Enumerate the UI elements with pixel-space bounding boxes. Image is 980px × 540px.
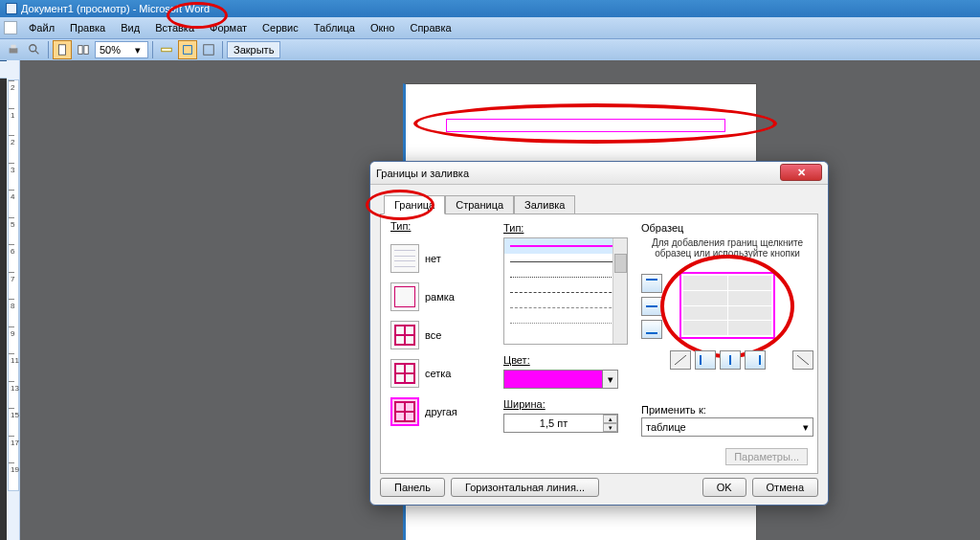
svg-rect-0 — [10, 48, 18, 53]
border-diag1-button[interactable] — [670, 350, 691, 370]
svg-line-3 — [35, 51, 39, 55]
border-right-button[interactable] — [745, 350, 766, 370]
type-box[interactable]: рамка — [390, 280, 496, 314]
magnifier-button[interactable] — [25, 40, 44, 59]
separator — [48, 41, 49, 58]
svg-rect-7 — [162, 48, 172, 52]
border-vmid-button[interactable] — [720, 350, 741, 370]
type-all[interactable]: все — [390, 318, 496, 352]
preview-table — [679, 272, 775, 339]
spin-up-icon[interactable]: ▴ — [603, 415, 617, 423]
app-icon — [6, 3, 17, 14]
style-solid-magenta[interactable] — [504, 238, 627, 254]
style-column: Тип: Цвет: ▾ — [503, 222, 628, 433]
width-section-label: Ширина: — [503, 398, 628, 410]
style-scrollbar[interactable] — [612, 238, 627, 344]
type-none[interactable]: нет — [390, 241, 496, 276]
tab-panel-border: Тип: нет рамка все сетка — [380, 214, 818, 474]
chevron-down-icon: ▾ — [132, 44, 144, 56]
svg-rect-1 — [11, 45, 15, 49]
panel-button[interactable]: Панель — [380, 478, 445, 497]
style-dash[interactable] — [504, 284, 627, 300]
window-titlebar: Документ1 (просмотр) - Microsoft Word — [0, 0, 980, 17]
menu-service[interactable]: Сервис — [255, 19, 306, 36]
border-bottom-button[interactable] — [641, 320, 662, 339]
toolbar: 50%▾ Закрыть — [0, 38, 980, 61]
ruler-button[interactable] — [157, 40, 176, 59]
type-grid[interactable]: сетка — [390, 356, 496, 391]
style-dotted2[interactable] — [504, 315, 627, 330]
shrink-button[interactable] — [178, 40, 197, 59]
svg-line-13 — [675, 355, 686, 365]
menu-format[interactable]: Формат — [202, 19, 255, 36]
one-page-button[interactable] — [53, 40, 72, 59]
dialog-titlebar[interactable]: Границы и заливка ✕ — [370, 162, 828, 185]
menu-file[interactable]: Файл — [21, 19, 62, 36]
close-preview-button[interactable]: Закрыть — [227, 41, 280, 58]
svg-rect-6 — [84, 46, 88, 55]
params-button: Параметры... — [725, 448, 808, 465]
border-left-button[interactable] — [695, 350, 716, 370]
style-thin[interactable] — [504, 254, 627, 269]
tab-fill[interactable]: Заливка — [514, 195, 575, 214]
apply-to-select[interactable]: таблице▾ — [641, 417, 813, 437]
preview-area[interactable] — [670, 264, 785, 350]
svg-rect-4 — [59, 45, 66, 56]
menu-window[interactable]: Окно — [363, 19, 403, 36]
color-swatch — [504, 371, 602, 388]
separator — [222, 41, 223, 58]
dialog-title: Границы и заливка — [376, 168, 469, 179]
svg-rect-9 — [204, 45, 214, 56]
menu-edit[interactable]: Правка — [62, 19, 113, 36]
type-section-label: Тип: — [390, 220, 411, 232]
svg-point-2 — [30, 45, 36, 52]
tab-page[interactable]: Страница — [445, 195, 514, 214]
menu-table[interactable]: Таблица — [306, 19, 363, 36]
line-style-list[interactable] — [503, 237, 628, 345]
hline-button[interactable]: Горизонтальная линия... — [451, 478, 599, 497]
type-other[interactable]: другая — [390, 394, 496, 429]
menu-insert[interactable]: Вставка — [147, 19, 202, 36]
dialog-close-button[interactable]: ✕ — [780, 164, 822, 181]
color-picker[interactable]: ▾ — [503, 370, 618, 389]
table-preview-cell — [446, 119, 725, 132]
border-diag2-button[interactable] — [792, 350, 813, 370]
apply-label: Применить к: — [641, 404, 813, 416]
tab-border[interactable]: Граница — [384, 195, 445, 214]
border-hmid-button[interactable] — [641, 297, 662, 316]
chevron-down-icon: ▾ — [803, 421, 809, 434]
fullscreen-button[interactable] — [199, 40, 218, 59]
apply-to-row: Применить к: таблице▾ — [641, 404, 813, 437]
separator — [152, 41, 153, 58]
border-type-list: нет рамка все сетка другая — [390, 241, 496, 433]
borders-shading-dialog: Границы и заливка ✕ Граница Страница Зал… — [369, 161, 829, 506]
width-spinner[interactable]: 1,5 пт ▴▾ — [503, 414, 618, 433]
svg-rect-5 — [78, 46, 82, 55]
vertical-ruler-column: 2 1 2 3 4 5 6 7 8 9 11 13 15 17 19 — [7, 60, 20, 540]
style-dash2[interactable] — [504, 300, 627, 315]
zoom-combo[interactable]: 50%▾ — [95, 41, 148, 58]
cancel-button[interactable]: Отмена — [752, 478, 818, 497]
spin-down-icon[interactable]: ▾ — [603, 423, 617, 432]
svg-line-17 — [797, 355, 809, 365]
preview-hint: Для добавления границ щелкните образец и… — [641, 237, 813, 259]
ok-button[interactable]: OK — [702, 478, 746, 497]
border-top-button[interactable] — [641, 274, 662, 293]
chevron-down-icon: ▾ — [602, 371, 617, 388]
vertical-ruler[interactable]: 2 1 2 3 4 5 6 7 8 9 11 13 15 17 19 — [8, 79, 19, 491]
style-dotted[interactable] — [504, 269, 627, 284]
menubar: Файл Правка Вид Вставка Формат Сервис Та… — [0, 17, 980, 38]
preview-section-label: Образец — [641, 222, 813, 234]
dialog-tabs: Граница Страница Заливка — [384, 194, 818, 214]
style-section-label: Тип: — [503, 222, 628, 234]
menu-help[interactable]: Справка — [402, 19, 458, 36]
dialog-footer: Панель Горизонтальная линия... OK Отмена — [380, 478, 818, 497]
window-title: Документ1 (просмотр) - Microsoft Word — [21, 3, 210, 14]
svg-rect-8 — [184, 46, 192, 55]
color-section-label: Цвет: — [503, 354, 628, 366]
doc-icon — [4, 21, 17, 34]
menu-view[interactable]: Вид — [113, 19, 147, 36]
print-button[interactable] — [4, 40, 23, 59]
multi-page-button[interactable] — [74, 40, 93, 59]
preview-column: Образец Для добавления границ щелкните о… — [641, 222, 813, 370]
